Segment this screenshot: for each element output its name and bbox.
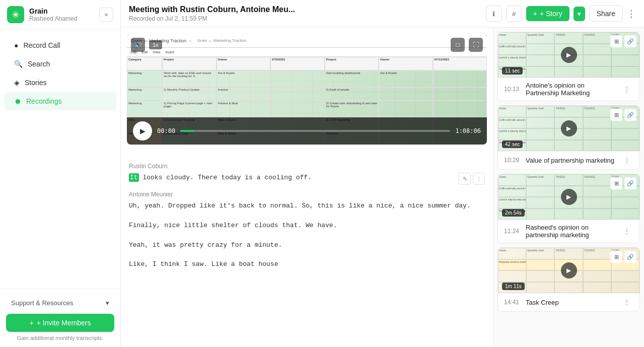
clip-play-button-2[interactable]: ▶ <box>561 189 577 205</box>
transcript-text-2c: Yeah, it was pretty crazy for a minute. <box>129 240 485 251</box>
thumb-row-1-e5 <box>611 140 639 152</box>
thumb-row-1-e3 <box>554 140 583 152</box>
clip-link-button-0[interactable]: 🔗 <box>624 35 636 47</box>
spreadsheet-cell-v4 <box>433 87 487 101</box>
clip-copy-button-0[interactable]: ⊞ <box>610 35 622 47</box>
thumb-row-1-c2 <box>526 117 554 129</box>
thumb-row-1-d5 <box>611 128 639 140</box>
plus-icon: + <box>30 319 34 327</box>
thumb-row-0-e5 <box>611 66 639 78</box>
spreadsheet-cell-o6 <box>379 101 433 117</box>
captions-button[interactable]: □ <box>451 38 465 52</box>
thumb-cell-0-4: 7/12/2021 <box>583 32 611 44</box>
thumb-row-0-e2 <box>526 66 554 78</box>
thumb-cell-3-4: 7/12/2021 <box>583 248 611 259</box>
clip-link-button-3[interactable]: 🔗 <box>624 251 636 263</box>
thumb-row-0-d2 <box>526 55 554 66</box>
clip-link-button-1[interactable]: 🔗 <box>624 109 636 121</box>
spreadsheet-cell-o1: Ant & Rustin <box>217 71 271 87</box>
info-icon: ℹ <box>492 10 495 18</box>
clip-copy-button-1[interactable]: ⊞ <box>610 109 622 121</box>
thumb-row-1-d4 <box>583 128 611 140</box>
more-options-button[interactable]: ⋮ <box>627 8 636 19</box>
clip-top-actions-3: ⊞ 🔗 <box>610 251 636 263</box>
clip-card-1: Owner Quarterly Goal 7/5/2021 7/12/2021 … <box>497 105 640 170</box>
thumb-row-3-d5 <box>611 270 639 282</box>
clip-duration-3: 1m 11s <box>502 283 525 290</box>
support-resources-item[interactable]: Support & Resources ▾ <box>6 295 114 311</box>
progress-bar[interactable] <box>180 130 450 132</box>
sidebar-item-search[interactable]: 🔍 Search <box>4 55 116 73</box>
thumb-row-1-d2 <box>526 128 554 140</box>
thumb-row-1-e4 <box>583 140 611 152</box>
top-header: Meeting with Rustin Coburn, Antoine Meu.… <box>121 0 644 28</box>
clip-copy-button-2[interactable]: ⊞ <box>610 177 622 189</box>
recording-title: Meeting with Rustin Coburn, Antoine Meu.… <box>129 5 330 14</box>
clip-title-0: Antoine's opinion on Partnership Marketi… <box>526 82 616 97</box>
clip-more-button-3[interactable]: ⋮ <box>620 297 633 307</box>
drag-handle[interactable]: ⋮ <box>473 173 485 185</box>
info-button[interactable]: ℹ <box>486 6 502 22</box>
story-dropdown-button[interactable]: ▾ <box>574 7 585 21</box>
video-top-controls: 🔊 1x □ ⛶ <box>131 38 483 52</box>
play-button[interactable]: ▶ <box>133 121 152 141</box>
spreadsheet-cell-mktg2: Marketing <box>127 87 162 101</box>
invite-label: + Invite Members <box>37 319 91 327</box>
thumb-cell-1-1: Owner <box>498 106 526 117</box>
header-actions: ℹ # + + Story ▾ Share ⋮ <box>486 6 636 22</box>
clip-copy-button-3[interactable]: ⊞ <box>610 251 622 263</box>
clip-thumbnail-1: Owner Quarterly Goal 7/5/2021 7/12/2021 … <box>498 106 639 151</box>
speaker1-name: Rustin Coburn <box>129 163 485 170</box>
thumb-row-2-e3 <box>554 209 583 220</box>
thumb-row-2-c4 <box>583 186 611 197</box>
collapse-sidebar-button[interactable]: « <box>99 8 113 22</box>
transcript-text-2a: Uh, yeah. Dropped like it's back to norm… <box>129 201 485 212</box>
spreadsheet-cell-p4: 2) Audit of emails <box>325 87 379 101</box>
volume-button[interactable]: 🔊 <box>131 38 145 52</box>
thumb-row-2-e2 <box>526 209 554 220</box>
clip-play-button-1[interactable]: ▶ <box>561 120 577 136</box>
thumb-row-2-c2 <box>526 186 554 197</box>
thumb-cell-2-2: Quarterly Goal <box>526 174 554 186</box>
thumb-row-0-c1: Coffin well rally around a Creative Conc… <box>498 44 526 55</box>
fullscreen-button[interactable]: ⛶ <box>469 38 483 52</box>
spreadsheet-cell-v5 <box>270 101 325 117</box>
spreadsheet-cell-p5: 1) Pricing Page (current page + new page… <box>162 101 217 117</box>
clip-play-button-3[interactable]: ▶ <box>561 262 577 279</box>
sidebar-item-stories[interactable]: ◈ Stories <box>4 74 116 92</box>
brand-user: Rasheed Ahamed <box>29 15 94 22</box>
invite-members-button[interactable]: + + Invite Members <box>6 314 114 332</box>
thumb-row-3-c2 <box>526 259 554 271</box>
edit-transcript-button[interactable]: ✎ <box>459 173 471 185</box>
clip-card-0: Owner Quarterly Goal 7/5/2021 7/12/2021 … <box>497 32 640 101</box>
clip-play-button-0[interactable]: ▶ <box>561 47 577 63</box>
clip-more-button-1[interactable]: ⋮ <box>620 155 633 165</box>
thumb-cell-0-2: Quarterly Goal <box>526 32 554 44</box>
hashtag-icon: # <box>512 10 516 18</box>
clip-more-button-2[interactable]: ⋮ <box>620 226 633 236</box>
story-label: + Story <box>540 10 562 18</box>
thumb-cell-1-3: 7/5/2021 <box>554 106 583 117</box>
chevron-down-icon: ▾ <box>578 10 581 18</box>
spreadsheet-cell-mktg: Marketing <box>127 71 162 87</box>
share-button[interactable]: Share <box>589 6 623 22</box>
duration: 1:08:06 <box>455 127 481 134</box>
clip-duration-2: 2m 54s <box>502 209 525 217</box>
clip-link-button-2[interactable]: 🔗 <box>624 177 636 189</box>
header-title-block: Meeting with Rustin Coburn, Antoine Meu.… <box>129 5 481 22</box>
clip-title-1: Value of partnership marketing <box>526 157 614 164</box>
sidebar-item-recordings[interactable]: ⏺ Recordings <box>4 92 116 110</box>
current-time: 00:00 <box>157 127 175 134</box>
clip-thumbnail-3: Owner Quarterly Goal 7/5/2021 7/12/2021 … <box>498 248 639 293</box>
hashtag-button[interactable]: # <box>506 6 522 22</box>
sidebar-item-record-call[interactable]: ● Record Call <box>4 36 116 54</box>
brand-info: Grain Rasheed Ahamed <box>29 7 94 22</box>
thumb-cell-1-2: Quarterly Goal <box>526 106 554 117</box>
thumb-row-3-d4 <box>583 270 611 282</box>
thumb-cell-1-4: 7/12/2021 <box>583 106 611 117</box>
story-button[interactable]: + + Story <box>526 6 569 21</box>
spreadsheet-col-d1: 07/5/2021 <box>270 57 325 71</box>
speed-badge[interactable]: 1x <box>149 40 162 49</box>
clip-more-button-0[interactable]: ⋮ <box>620 84 633 94</box>
thumb-row-2-d5 <box>611 197 639 209</box>
